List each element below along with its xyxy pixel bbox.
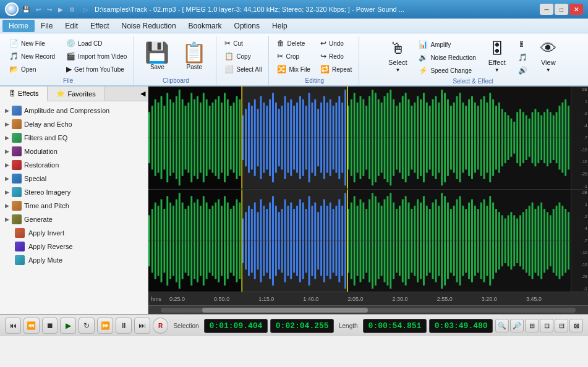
- speed-change-button[interactable]: ⚡ Speed Change: [415, 64, 479, 77]
- zoom-fit-button[interactable]: ⊡: [540, 319, 553, 332]
- zoom-reset-button[interactable]: ⊟: [555, 319, 568, 332]
- sidebar-modulation[interactable]: ▶ Modulation: [0, 145, 148, 158]
- menu-help[interactable]: Help: [266, 20, 294, 32]
- quick-settings[interactable]: ⚙: [69, 6, 75, 13]
- bottom-waveform-svg: [148, 190, 571, 292]
- maximize-button[interactable]: □: [555, 4, 568, 15]
- quick-undo[interactable]: ↩: [36, 6, 41, 13]
- load-cd-button[interactable]: 💿 Load CD: [63, 37, 130, 49]
- select-all-button[interactable]: ⬜ Select All: [221, 63, 265, 75]
- selection-label: Selection: [173, 323, 198, 329]
- sidebar-time-pitch[interactable]: ▶ Time and Pitch: [0, 199, 148, 213]
- apply-invert-icon: [15, 228, 25, 238]
- top-track[interactable]: dB 1 -2 -4 -7 -10 -16 -28 -1: [148, 86, 588, 190]
- goto-end-button[interactable]: ⏭: [134, 318, 150, 334]
- zoom-controls: 🔍 🔎 ⊞ ⊡ ⊟ ⊠: [495, 319, 583, 332]
- delete-button[interactable]: 🗑 Delete: [274, 37, 313, 49]
- redo-button[interactable]: ↪ Redo: [317, 50, 355, 62]
- goto-start-button[interactable]: ⏮: [5, 318, 21, 334]
- tl-3-20: 3:20.0: [482, 296, 526, 302]
- record-button[interactable]: R: [153, 318, 169, 334]
- copy-button[interactable]: 📋 Copy: [221, 50, 254, 62]
- save-button[interactable]: 💾 Save: [139, 37, 175, 75]
- sidebar-expand[interactable]: ◀: [138, 86, 148, 101]
- effect-button[interactable]: 🎛 Effect ▼: [482, 37, 513, 76]
- menu-file[interactable]: File: [35, 20, 59, 32]
- sidebar-generate[interactable]: ▶ Generate: [0, 213, 148, 226]
- menu-home[interactable]: Home: [2, 20, 35, 32]
- sidebar-restoration[interactable]: ▶ Restoration: [0, 158, 148, 172]
- quick-play[interactable]: ▶: [58, 6, 63, 13]
- effects-tab[interactable]: 🎛 Effects: [0, 86, 48, 101]
- load-cd-icon: 💿: [66, 39, 75, 48]
- get-youtube-button[interactable]: ▶ Get from YouTube: [63, 63, 130, 75]
- noise-reduction-button[interactable]: 🔉 Noise Reduction: [415, 51, 479, 64]
- menu-noise-reduction[interactable]: Noise Reduction: [116, 20, 182, 32]
- redo-icon: ↪: [320, 52, 326, 61]
- crop-button[interactable]: ✂ Crop: [274, 50, 313, 62]
- some-effect-3[interactable]: 🔊: [515, 64, 530, 77]
- amplify-button[interactable]: 📊 Amplify: [415, 38, 479, 51]
- sidebar-apply-invert[interactable]: Apply Invert: [0, 226, 148, 240]
- menu-edit[interactable]: Edit: [59, 20, 84, 32]
- amplitude-icon: [12, 106, 22, 116]
- sidebar-stereo[interactable]: ▶ Stereo Imagery: [0, 185, 148, 199]
- favorites-tab[interactable]: ⭐ Favorites: [48, 86, 104, 101]
- fast-forward-button[interactable]: ⏩: [97, 318, 113, 334]
- rewind-button[interactable]: ⏪: [23, 318, 40, 334]
- h-scrollbar-area[interactable]: [148, 305, 588, 314]
- repeat-button[interactable]: 🔁 Repeat: [317, 63, 355, 75]
- import-video-button[interactable]: 🎬 Import from Video: [63, 50, 130, 62]
- apply-reverse-icon: [15, 242, 25, 251]
- menu-bookmark[interactable]: Bookmark: [182, 20, 228, 32]
- pause-button[interactable]: ⏸: [116, 318, 132, 334]
- paste-button[interactable]: 📋 Paste: [176, 37, 212, 75]
- selection-start-display: 0:01:09.404: [204, 319, 268, 333]
- waveform-area[interactable]: dB 1 -2 -4 -7 -10 -16 -28 -1: [148, 86, 588, 314]
- restoration-icon: [12, 160, 22, 170]
- open-button[interactable]: 📂 Open: [6, 63, 58, 75]
- menu-bar: Home File Edit Effect Noise Reduction Bo…: [0, 19, 588, 33]
- cut-button[interactable]: ✂ Cut: [221, 37, 246, 49]
- close-button[interactable]: ✕: [569, 4, 583, 15]
- zoom-selection-button[interactable]: ⊞: [525, 319, 539, 332]
- mix-file-button[interactable]: 🔀 Mix File: [274, 63, 313, 75]
- sidebar-apply-mute[interactable]: Apply Mute: [0, 253, 148, 267]
- some-effect-2[interactable]: 🎵: [515, 51, 530, 64]
- some-effect-1[interactable]: 🎚: [515, 38, 530, 51]
- h-scrollbar-thumb[interactable]: [202, 308, 368, 313]
- sidebar-filters[interactable]: ▶ Filters and EQ: [0, 131, 148, 145]
- chevron-restoration: ▶: [5, 162, 9, 168]
- select-button[interactable]: 🖱 Select ▼: [382, 37, 413, 76]
- editing-group-label: Editing: [274, 76, 355, 85]
- zoom-in-button[interactable]: 🔍: [495, 319, 509, 332]
- ribbon-group-edit: ✂ Cut 📋 Copy ⬜ Select All: [218, 36, 269, 85]
- apply-invert-label: Apply Invert: [28, 229, 64, 237]
- window-title: D:\samples\Track - 02.mp3 - [ MPEG 1.0 l…: [95, 6, 536, 13]
- undo-button[interactable]: ↩ Undo: [317, 37, 355, 49]
- zoom-out-button[interactable]: 🔎: [510, 319, 524, 332]
- bottom-track[interactable]: dB 1 -2 -4 -7 -10 -16 -28 -1: [148, 190, 588, 292]
- quick-save[interactable]: 💾: [22, 6, 30, 13]
- loop-button[interactable]: ↻: [79, 318, 95, 334]
- apply-reverse-label: Apply Reverse: [28, 243, 73, 250]
- zoom-custom-button[interactable]: ⊠: [569, 319, 583, 332]
- menu-effect[interactable]: Effect: [84, 20, 115, 32]
- stop-button[interactable]: ⏹: [42, 318, 58, 334]
- sidebar-apply-reverse[interactable]: Apply Reverse: [0, 240, 148, 253]
- menu-options[interactable]: Options: [228, 20, 266, 32]
- sidebar-special[interactable]: ▶ Special: [0, 172, 148, 185]
- chevron-stereo: ▶: [5, 189, 9, 195]
- sidebar-delay[interactable]: ▶ Delay and Echo: [0, 117, 148, 131]
- sidebar-amplitude[interactable]: ▶ Amplitude and Compression: [0, 104, 148, 117]
- tl-2-30: 2:30.0: [393, 296, 437, 302]
- new-record-button[interactable]: 🎵 New Record: [6, 50, 58, 62]
- tl-2-05: 2:05.0: [347, 296, 392, 302]
- view-button[interactable]: 👁 View ▼: [533, 37, 564, 76]
- h-scrollbar-track[interactable]: [161, 308, 576, 313]
- play-button[interactable]: ▶: [60, 318, 76, 334]
- quick-redo[interactable]: ↪: [47, 6, 52, 13]
- new-file-button[interactable]: 📄 New File: [6, 37, 58, 49]
- view-icon: 👁: [540, 40, 556, 56]
- minimize-button[interactable]: ─: [540, 4, 553, 15]
